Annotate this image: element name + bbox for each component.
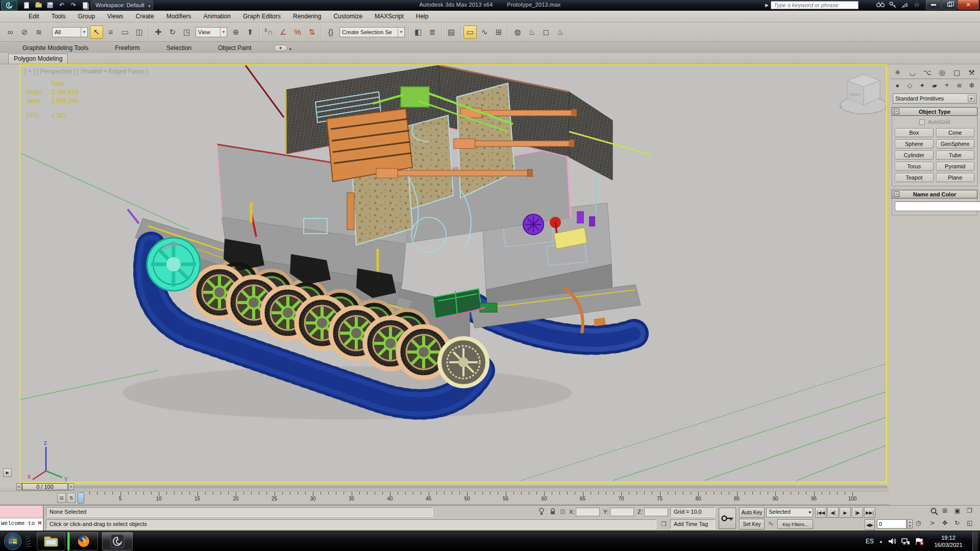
- primitive-button[interactable]: GeoSphere: [936, 139, 975, 148]
- menu-item[interactable]: Modifiers: [160, 11, 198, 21]
- pan-view-icon[interactable]: ✥: [942, 519, 953, 530]
- create-category-icon[interactable]: ⌖: [941, 80, 953, 90]
- set-key-button[interactable]: Set Key: [739, 519, 765, 530]
- language-indicator[interactable]: ES: [866, 538, 874, 545]
- collapse-icon[interactable]: −: [894, 109, 899, 114]
- go-to-end-button[interactable]: ▶▶|: [864, 507, 875, 518]
- object-type-rollout-header[interactable]: − Object Type: [892, 107, 977, 116]
- add-time-tag[interactable]: Add Time Tag: [670, 519, 715, 529]
- menu-item[interactable]: Customize: [327, 11, 369, 21]
- taskbar-explorer-button[interactable]: [37, 532, 65, 550]
- reference-coordinate-dropdown[interactable]: View▾: [195, 27, 227, 37]
- rendered-frame-window-icon[interactable]: ◻: [540, 26, 553, 39]
- network-icon[interactable]: [901, 538, 910, 545]
- schematic-view-icon[interactable]: ⊞: [492, 26, 505, 39]
- flyout-arrow-icon[interactable]: ≻: [930, 519, 941, 530]
- play-button[interactable]: ▶: [840, 507, 851, 518]
- render-production-icon[interactable]: ♨: [554, 26, 567, 39]
- subscription-key-icon[interactable]: [889, 2, 897, 8]
- ribbon-tab[interactable]: Selection: [153, 43, 205, 53]
- tank-model[interactable]: RIGHT W N z x y: [20, 65, 886, 482]
- listener-pane[interactable]: Welcome to M: [0, 518, 43, 531]
- menu-item[interactable]: Rendering: [287, 11, 327, 21]
- command-panel-tab-icon[interactable]: ◡: [905, 66, 920, 79]
- menu-item[interactable]: MAXScript: [369, 11, 410, 21]
- maxscript-mini-listener[interactable]: Welcome to M: [0, 506, 44, 531]
- mirror-icon[interactable]: ◧: [411, 26, 425, 39]
- macro-recorder-pane[interactable]: [0, 506, 43, 518]
- maximize-viewport-toggle-icon[interactable]: ◱: [967, 519, 978, 530]
- current-frame-field[interactable]: [877, 519, 906, 529]
- select-object-button[interactable]: ↖: [90, 26, 103, 39]
- command-panel-tab-icon[interactable]: ✳: [890, 66, 905, 79]
- selection-filter-dropdown[interactable]: All▾: [52, 27, 88, 37]
- autogrid-checkbox[interactable]: [919, 119, 925, 125]
- create-category-icon[interactable]: ◇: [903, 80, 916, 90]
- isolate-selection-icon[interactable]: [537, 508, 546, 516]
- perspective-viewport[interactable]: RIGHT W N z x y [ + ] [ Perspective ] [ …: [19, 64, 887, 483]
- curve-editor-icon[interactable]: ∿: [478, 26, 491, 39]
- ribbon-tab[interactable]: Graphite Modeling Tools: [9, 43, 102, 53]
- x-coordinate-field[interactable]: [576, 508, 600, 516]
- infocenter-arrow-icon[interactable]: ▶: [765, 3, 769, 8]
- primitive-button[interactable]: Torus: [895, 162, 934, 171]
- primitive-button[interactable]: Cone: [936, 128, 975, 137]
- primitive-button[interactable]: Cylinder: [895, 151, 934, 160]
- time-slider-track[interactable]: [75, 486, 887, 488]
- menu-item[interactable]: Tools: [45, 11, 72, 21]
- command-panel-tab-icon[interactable]: ⌥: [920, 66, 935, 79]
- minimize-button[interactable]: [926, 0, 941, 10]
- time-configuration-icon[interactable]: ◷: [916, 519, 927, 530]
- manage-layers-icon[interactable]: ▤: [445, 26, 458, 39]
- command-panel-tab-icon[interactable]: ⚒: [964, 66, 979, 79]
- zoom-extents-all-icon[interactable]: ❐: [967, 507, 978, 518]
- time-slider-handle[interactable]: 0 / 100: [22, 483, 68, 490]
- absolute-offset-toggle-icon[interactable]: ⊡: [558, 508, 567, 516]
- set-keys-button[interactable]: [719, 508, 736, 529]
- material-editor-icon[interactable]: ◍: [511, 26, 524, 39]
- menu-item[interactable]: Create: [130, 11, 160, 21]
- ribbon-tab[interactable]: Object Paint: [205, 43, 264, 53]
- go-to-start-button[interactable]: |◀◀: [815, 507, 826, 518]
- select-and-link-icon[interactable]: ∞: [4, 26, 17, 39]
- previous-frame-arrow[interactable]: <: [16, 483, 22, 490]
- taskbar-firefox-button[interactable]: [69, 532, 98, 550]
- orbit-icon[interactable]: ↻: [954, 519, 966, 530]
- viewport-canvas[interactable]: RIGHT W N z x y: [20, 65, 886, 482]
- select-and-scale-icon[interactable]: ◳: [180, 26, 193, 39]
- default-tangent-icon[interactable]: ∿: [766, 520, 775, 529]
- track-bar[interactable]: ⊟ ⇅ 051015202530354045505560657075808590…: [0, 491, 889, 505]
- viewport-label[interactable]: [ + ] [ Perspective ] [ Shaded + Edged F…: [24, 68, 148, 75]
- restore-button[interactable]: [942, 0, 957, 10]
- command-panel-tab-icon[interactable]: ◎: [935, 66, 949, 79]
- start-button[interactable]: [4, 533, 21, 550]
- frame-spinner[interactable]: ▲▼: [907, 519, 913, 529]
- zoom-all-icon[interactable]: ⊞: [942, 507, 953, 518]
- menu-item[interactable]: Graph Editors: [237, 11, 287, 21]
- ribbon-options-dropdown-icon[interactable]: ▾: [289, 47, 291, 52]
- infocenter-search-input[interactable]: [771, 1, 859, 9]
- create-category-icon[interactable]: ≋: [953, 80, 965, 90]
- previous-frame-button[interactable]: ◀|: [827, 507, 839, 518]
- select-and-rotate-icon[interactable]: ↻: [166, 26, 179, 39]
- taskbar-clock[interactable]: 19:12 16/03/2021: [929, 534, 967, 548]
- create-category-icon[interactable]: ●: [891, 80, 903, 90]
- graphite-ribbon-toggle-icon[interactable]: ▭: [463, 26, 477, 39]
- z-coordinate-field[interactable]: [644, 508, 668, 516]
- next-frame-arrow[interactable]: >: [68, 483, 74, 490]
- primitive-button[interactable]: Plane: [936, 173, 975, 182]
- ribbon-tab[interactable]: Freeform: [102, 43, 153, 53]
- expand-tray-button[interactable]: ▶: [3, 468, 12, 477]
- spinner-snap-icon[interactable]: ⇅: [305, 26, 318, 39]
- key-step-toggle[interactable]: ◀▶: [865, 519, 875, 530]
- create-category-icon[interactable]: ▰: [928, 80, 941, 90]
- communication-center-icon[interactable]: [901, 2, 909, 8]
- selection-region-cube-icon[interactable]: ❒: [659, 520, 668, 529]
- next-frame-button[interactable]: |▶: [852, 507, 863, 518]
- unlink-selection-icon[interactable]: ⊘: [18, 26, 31, 39]
- create-category-icon[interactable]: ✦: [916, 80, 928, 90]
- named-selection-sets-dropdown[interactable]: Create Selection Se▾: [339, 27, 405, 37]
- action-center-flag-icon[interactable]: [915, 538, 924, 545]
- menu-item[interactable]: Animation: [198, 11, 237, 21]
- select-and-move-icon[interactable]: ✚: [152, 26, 165, 39]
